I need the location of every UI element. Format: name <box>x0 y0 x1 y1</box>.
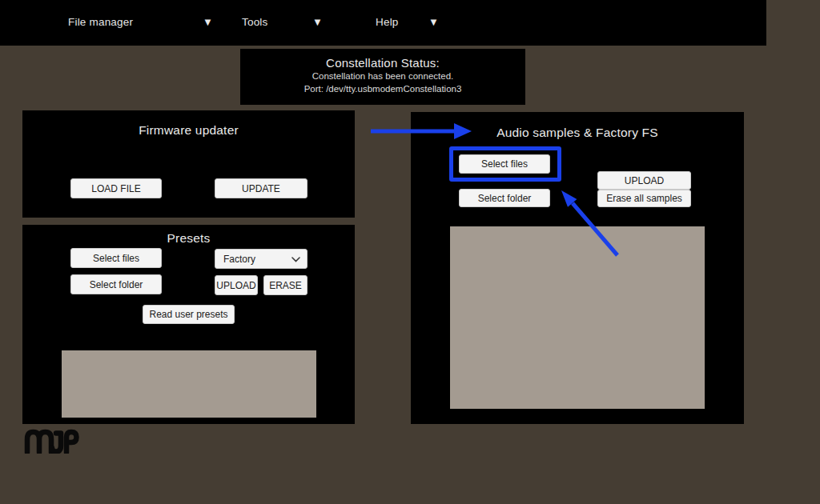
tools-dropdown-triangle-icon[interactable]: ▼ <box>312 16 323 28</box>
help-dropdown-triangle-icon[interactable]: ▼ <box>428 16 439 28</box>
samples-select-files-button[interactable]: Select files <box>459 154 550 174</box>
app-window: File manager ▼ Tools ▼ Help ▼ Constellat… <box>0 0 820 504</box>
presets-select-folder-button[interactable]: Select folder <box>70 274 162 294</box>
status-connection-text: Constellation has been connected. <box>240 70 525 82</box>
erase-all-samples-button[interactable]: Erase all samples <box>597 190 691 207</box>
presets-erase-button[interactable]: ERASE <box>263 275 308 295</box>
firmware-updater-title: Firmware updater <box>22 123 355 138</box>
firmware-load-file-button[interactable]: LOAD FILE <box>70 178 162 198</box>
preset-bank-selected-value: Factory <box>223 254 255 265</box>
menu-help[interactable]: Help <box>376 16 399 28</box>
menu-bar: File manager ▼ Tools ▼ Help ▼ <box>0 0 766 46</box>
audio-samples-title: Audio samples & Factory FS <box>411 126 744 140</box>
preset-bank-select[interactable]: Factory <box>215 249 308 269</box>
samples-upload-button[interactable]: UPLOAD <box>597 171 691 190</box>
read-user-presets-button[interactable]: Read user presets <box>143 305 235 324</box>
status-title: Constellation Status: <box>240 56 525 70</box>
presets-file-list-area <box>62 350 316 418</box>
samples-select-folder-button[interactable]: Select folder <box>459 189 550 207</box>
firmware-updater-panel: Firmware updater <box>22 110 355 218</box>
file-manager-dropdown-triangle-icon[interactable]: ▼ <box>203 16 213 28</box>
mwp-logo <box>23 428 79 454</box>
firmware-update-button[interactable]: UPDATE <box>215 178 308 198</box>
presets-select-files-button[interactable]: Select files <box>70 248 162 268</box>
presets-title: Presets <box>22 231 355 246</box>
samples-file-list-area <box>450 226 705 409</box>
constellation-status-panel: Constellation Status: Constellation has … <box>240 49 525 105</box>
presets-upload-button[interactable]: UPLOAD <box>215 275 258 295</box>
chevron-down-icon <box>291 254 300 265</box>
status-port-text: Port: /dev/tty.usbmodemConstellation3 <box>240 82 525 95</box>
menu-tools[interactable]: Tools <box>242 16 268 28</box>
menu-file-manager[interactable]: File manager <box>68 16 133 28</box>
